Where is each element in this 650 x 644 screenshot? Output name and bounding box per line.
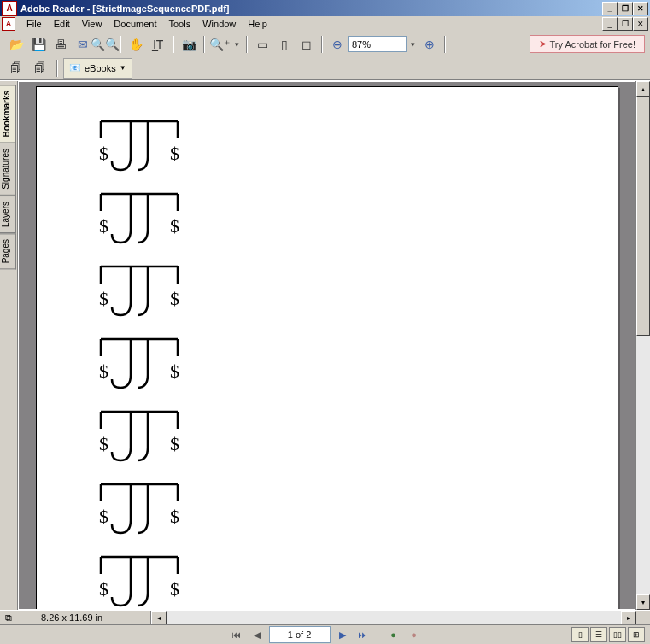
page-graphic: $$ — [97, 480, 182, 542]
svg-text:$: $ — [99, 506, 108, 527]
arrow-icon: ➤ — [539, 38, 547, 50]
menu-tools[interactable]: Tools — [163, 17, 197, 31]
scroll-up-button[interactable]: ▴ — [636, 81, 650, 97]
svg-text:$: $ — [170, 578, 179, 600]
facing-button[interactable]: ▯▯ — [609, 627, 626, 642]
window-controls: _ ❐ ✕ — [602, 2, 648, 15]
title-bar: A Adobe Reader - [StrictImageSequencePDF… — [0, 0, 650, 16]
try-acrobat-label: Try Acrobat for Free! — [550, 39, 635, 50]
print-button[interactable]: 🖶 — [50, 34, 72, 55]
separator — [203, 36, 205, 53]
scroll-track[interactable] — [636, 97, 650, 594]
search-button[interactable]: 🔍⁠🔍 — [94, 34, 116, 55]
minimize-button[interactable]: _ — [602, 2, 618, 15]
text-select-tool-button[interactable]: I̲T — [147, 34, 169, 55]
zoom-out-button[interactable]: ⊖ — [326, 34, 348, 55]
main-toolbar: 📂 💾 🖶 ✉ 🔍⁠🔍 ✋ I̲T 📷 🔍⁺ ▾ ▭ ▯ ◻ ⊖ 87% ▾ ⊕… — [0, 32, 650, 56]
ebooks-label: eBooks — [85, 63, 116, 73]
ebooks-button[interactable]: 📧 eBooks ▼ — [63, 58, 132, 79]
ebooks-icon: 📧 — [69, 62, 81, 73]
tab-pages[interactable]: Pages — [0, 233, 16, 269]
maximize-button[interactable]: ❐ — [618, 2, 633, 15]
howto-button[interactable]: 🗐 — [5, 58, 27, 79]
try-acrobat-button[interactable]: ➤ Try Acrobat for Free! — [530, 35, 645, 53]
svg-text:$: $ — [99, 578, 108, 600]
separator — [120, 36, 121, 53]
horizontal-scroll-row: ⧉ 8.26 x 11.69 in ◂ ▸ — [0, 610, 650, 625]
zoom-level-input[interactable]: 87% — [348, 36, 407, 52]
doc-icon[interactable]: A — [2, 17, 15, 31]
page-graphic: $$ — [97, 553, 182, 610]
menu-help[interactable]: Help — [242, 17, 273, 31]
next-page-button[interactable]: ▶ — [334, 627, 351, 642]
scroll-left-button[interactable]: ◂ — [151, 611, 167, 624]
prev-view-button[interactable]: ● — [385, 627, 402, 642]
open-button[interactable]: 📂 — [5, 34, 27, 55]
zoom-in-plus-button[interactable]: ⊕ — [419, 34, 441, 55]
mdi-controls: _ ❐ ✕ — [602, 17, 648, 31]
panel-toggle-button[interactable]: ⧉ — [0, 611, 17, 624]
scroll-down-button[interactable]: ▾ — [636, 594, 650, 610]
tab-layers[interactable]: Layers — [0, 196, 16, 233]
menu-file[interactable]: File — [20, 17, 48, 31]
svg-text:$: $ — [99, 360, 108, 382]
pdf-page: $$ $$ $$ $$ $$ $$ $$ — [36, 86, 618, 610]
tab-bookmarks[interactable]: Bookmarks — [0, 85, 16, 143]
svg-text:$: $ — [170, 360, 179, 382]
svg-text:$: $ — [170, 506, 179, 527]
svg-text:$: $ — [170, 433, 179, 454]
document-view[interactable]: $$ $$ $$ $$ $$ $$ $$ — [18, 81, 635, 610]
separator — [444, 36, 446, 53]
svg-text:$: $ — [170, 288, 179, 309]
secondary-toolbar: 🗐 🗐 📧 eBooks ▼ — [0, 56, 650, 80]
menu-bar: A File Edit View Document Tools Window H… — [0, 16, 650, 32]
mdi-close-button[interactable]: ✕ — [633, 17, 648, 31]
hscroll-track[interactable] — [167, 611, 621, 624]
zoom-level-dropdown-icon[interactable]: ▾ — [407, 34, 419, 55]
menu-view[interactable]: View — [76, 17, 108, 31]
separator — [56, 60, 58, 77]
next-view-button[interactable]: ● — [406, 627, 423, 642]
navigation-bar: ⏮ ◀ ▶ ⏭ ● ● ▯ ☰ ▯▯ ⊞ — [0, 625, 650, 644]
snapshot-tool-button[interactable]: 📷 — [178, 34, 200, 55]
page-graphic: $$ — [97, 190, 182, 251]
review-button[interactable]: 🗐 — [29, 58, 51, 79]
continuous-button[interactable]: ☰ — [590, 627, 607, 642]
fit-width-button[interactable]: ◻ — [296, 34, 318, 55]
chevron-down-icon: ▼ — [120, 64, 126, 72]
svg-text:$: $ — [99, 215, 108, 237]
mdi-minimize-button[interactable]: _ — [602, 17, 618, 31]
svg-text:$: $ — [99, 143, 108, 164]
content-area: Bookmarks Signatures Layers Pages $$ $$ … — [0, 80, 650, 610]
actual-size-button[interactable]: ▯ — [273, 34, 296, 55]
scroll-right-button[interactable]: ▸ — [621, 611, 636, 624]
single-page-button[interactable]: ▯ — [571, 627, 589, 642]
first-page-button[interactable]: ⏮ — [228, 627, 245, 642]
menu-window[interactable]: Window — [196, 17, 242, 31]
separator — [321, 36, 323, 53]
fit-page-button[interactable]: ▭ — [251, 34, 273, 55]
menu-document[interactable]: Document — [108, 17, 162, 31]
last-page-button[interactable]: ⏭ — [354, 627, 372, 642]
continuous-facing-button[interactable]: ⊞ — [628, 627, 645, 642]
tab-signatures[interactable]: Signatures — [0, 143, 16, 196]
prev-page-button[interactable]: ◀ — [249, 627, 266, 642]
scroll-thumb[interactable] — [636, 97, 650, 336]
page-graphic: $$ — [97, 262, 182, 324]
hand-tool-button[interactable]: ✋ — [125, 34, 147, 55]
separator — [173, 36, 174, 53]
save-button[interactable]: 💾 — [27, 34, 50, 55]
close-button[interactable]: ✕ — [633, 2, 648, 15]
page-graphic: $$ — [97, 407, 182, 469]
side-panel-tabs: Bookmarks Signatures Layers Pages — [0, 81, 18, 610]
svg-text:$: $ — [99, 288, 108, 309]
zoom-in-button[interactable]: 🔍⁺ — [208, 34, 231, 55]
page-graphic: $$ — [97, 335, 182, 396]
menu-edit[interactable]: Edit — [48, 17, 76, 31]
mdi-restore-button[interactable]: ❐ — [618, 17, 633, 31]
page-size-label: 8.26 x 11.69 in — [34, 611, 151, 624]
vertical-scrollbar[interactable]: ▴ ▾ — [635, 81, 650, 610]
svg-text:$: $ — [170, 143, 179, 164]
page-number-input[interactable] — [269, 626, 331, 643]
zoom-dropdown-icon[interactable]: ▾ — [231, 34, 243, 55]
